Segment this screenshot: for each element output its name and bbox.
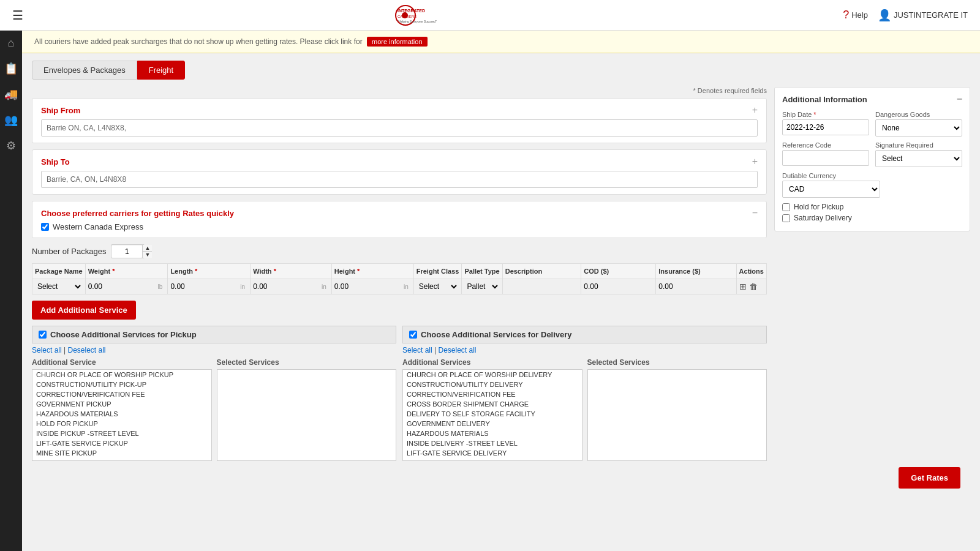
- help-link[interactable]: ? Help: [843, 9, 868, 21]
- reference-code-field: Reference Code: [782, 141, 869, 167]
- info-collapse-btn[interactable]: −: [957, 94, 962, 105]
- hamburger-icon[interactable]: ☰: [12, 8, 23, 23]
- cell-freight-class[interactable]: Select: [413, 279, 462, 294]
- carrier-checkbox[interactable]: [41, 223, 49, 231]
- list-item[interactable]: CORRECTION/VERIFICATION FEE: [32, 389, 211, 399]
- ship-date-input[interactable]: [782, 119, 869, 135]
- sidebar-icon-contacts[interactable]: 👥: [4, 113, 18, 127]
- list-item[interactable]: LIFT-GATE SERVICE PICKUP: [32, 438, 211, 448]
- ship-to-toggle[interactable]: +: [752, 156, 758, 167]
- list-item[interactable]: CHURCH OR PLACE OF WORSHIP DELIVERY: [403, 370, 582, 380]
- signature-required-select[interactable]: Select Yes No: [875, 150, 962, 167]
- svg-text:INTEGRATED: INTEGRATED: [398, 9, 425, 13]
- action-icons: ⊞ 🗑: [739, 282, 764, 291]
- dangerous-goods-select[interactable]: None Yes: [875, 119, 962, 137]
- list-item[interactable]: DELIVERY TO SELF STORAGE FACILITY: [403, 409, 582, 419]
- length-unit: in: [238, 282, 247, 291]
- ship-to-input[interactable]: [41, 171, 758, 188]
- spin-down[interactable]: ▼: [143, 252, 152, 258]
- cell-cod[interactable]: [581, 279, 656, 294]
- dutiable-currency-label: Dutiable Currency: [782, 172, 880, 179]
- cell-height: in: [331, 279, 413, 294]
- carrier-western-canada[interactable]: Western Canada Express: [41, 222, 758, 231]
- cod-input[interactable]: [584, 282, 653, 291]
- pickup-services-checkbox[interactable]: [39, 331, 47, 339]
- main-content: All couriers have added peak surcharges …: [22, 31, 980, 551]
- cell-description[interactable]: [502, 279, 581, 294]
- dangerous-goods-field: Dangerous Goods None Yes: [875, 111, 962, 137]
- width-input[interactable]: [253, 282, 318, 291]
- freight-class-select[interactable]: Select: [417, 282, 459, 291]
- info-row-2: Reference Code Signature Required Select…: [782, 141, 962, 167]
- sidebar-icon-settings[interactable]: ⚙: [6, 139, 16, 152]
- pallet-type-select[interactable]: Pallet: [464, 282, 499, 291]
- duplicate-icon[interactable]: ⊞: [739, 282, 747, 291]
- signature-required-field: Signature Required Select Yes No: [875, 141, 962, 167]
- user-link[interactable]: 👤 JUSTINTEGRATE IT: [878, 9, 968, 22]
- carriers-panel: Choose preferred carriers for getting Ra…: [32, 201, 767, 238]
- package-count-spinner[interactable]: ▲ ▼: [111, 244, 145, 258]
- pickup-deselect-all[interactable]: Deselect all: [68, 346, 106, 354]
- dutiable-currency-select[interactable]: CAD USD: [782, 181, 880, 198]
- list-item[interactable]: HAZARDOUS MATERIALS: [403, 429, 582, 438]
- carriers-toggle[interactable]: −: [752, 208, 758, 219]
- pickup-select-all[interactable]: Select all: [32, 346, 62, 354]
- list-item[interactable]: MINE SITE DELIVERY: [403, 458, 582, 461]
- list-item[interactable]: NON-COMMERCIAL/ LIMITED ACCESS PICKUP/NO…: [32, 458, 211, 461]
- svg-point-4: [402, 12, 408, 18]
- length-input[interactable]: [170, 282, 236, 291]
- list-item[interactable]: HOLD FOR PICKUP: [32, 419, 211, 429]
- ship-from-toggle[interactable]: +: [752, 105, 758, 116]
- tab-envelopes[interactable]: Envelopes & Packages: [32, 61, 137, 80]
- list-item[interactable]: CORRECTION/VERIFICATION FEE: [403, 389, 582, 399]
- list-item[interactable]: GOVERNMENT PICKUP: [32, 399, 211, 409]
- description-input[interactable]: [505, 282, 579, 291]
- insurance-input[interactable]: [658, 282, 733, 291]
- spin-up[interactable]: ▲: [143, 245, 152, 252]
- package-count-input[interactable]: [111, 246, 142, 258]
- ship-from-input[interactable]: [41, 119, 758, 137]
- sidebar-icon-home[interactable]: ⌂: [8, 37, 15, 50]
- list-item[interactable]: CONSTRUCTION/UTILITY DELIVERY: [403, 380, 582, 389]
- cell-insurance[interactable]: [656, 279, 736, 294]
- list-item[interactable]: CROSS BORDER SHIPMENT CHARGE: [403, 399, 582, 409]
- hold-for-pickup-checkbox[interactable]: [782, 203, 790, 211]
- delivery-select-all[interactable]: Select all: [402, 346, 432, 354]
- list-item[interactable]: INSIDE PICKUP -STREET LEVEL: [32, 429, 211, 438]
- add-service-button[interactable]: Add Additional Service: [32, 301, 136, 320]
- pickup-services-title: Choose Additional Services for Pickup: [32, 326, 396, 343]
- pickup-selected-list[interactable]: [217, 369, 397, 461]
- reference-code-label: Reference Code: [782, 141, 869, 149]
- delete-icon[interactable]: 🗑: [749, 282, 758, 291]
- delivery-selected-list[interactable]: [587, 369, 767, 461]
- reference-code-input[interactable]: [782, 150, 869, 166]
- list-item[interactable]: CHURCH OR PLACE OF WORSHIP PICKUP: [32, 370, 211, 380]
- list-item[interactable]: INSIDE DELIVERY -STREET LEVEL: [403, 438, 582, 448]
- weight-input[interactable]: [88, 282, 154, 291]
- height-input[interactable]: [334, 282, 400, 291]
- delivery-selected-box: Selected Services: [587, 358, 767, 461]
- cell-actions: ⊞ 🗑: [736, 279, 766, 294]
- help-icon: ?: [843, 9, 849, 21]
- delivery-services-checkbox[interactable]: [409, 331, 417, 339]
- sidebar-icon-truck[interactable]: 🚚: [4, 88, 18, 101]
- delivery-deselect-all[interactable]: Deselect all: [439, 346, 477, 354]
- list-item[interactable]: LIFT-GATE SERVICE DELIVERY: [403, 448, 582, 458]
- get-rates-button[interactable]: Get Rates: [899, 467, 960, 489]
- sidebar-icon-document[interactable]: 📋: [4, 62, 18, 75]
- tabs: Envelopes & Packages Freight: [32, 61, 970, 80]
- list-item[interactable]: CONSTRUCTION/UTILITY PICK-UP: [32, 380, 211, 389]
- form-section: * Denotes required fields Ship From + Sh…: [32, 87, 767, 461]
- width-unit: in: [319, 282, 329, 291]
- saturday-delivery-checkbox[interactable]: [782, 214, 790, 222]
- package-name-select[interactable]: Select: [35, 282, 83, 291]
- list-item[interactable]: MINE SITE PICKUP: [32, 448, 211, 458]
- cell-package-name[interactable]: Select: [32, 279, 86, 294]
- pickup-available-list[interactable]: CHURCH OR PLACE OF WORSHIP PICKUP CONSTR…: [32, 369, 212, 461]
- tab-freight[interactable]: Freight: [137, 61, 185, 80]
- list-item[interactable]: GOVERNMENT DELIVERY: [403, 419, 582, 429]
- delivery-available-list[interactable]: CHURCH OR PLACE OF WORSHIP DELIVERY CONS…: [402, 369, 582, 461]
- list-item[interactable]: HAZARDOUS MATERIALS: [32, 409, 211, 419]
- more-info-button[interactable]: more information: [367, 37, 428, 47]
- cell-pallet-type[interactable]: Pallet: [462, 279, 502, 294]
